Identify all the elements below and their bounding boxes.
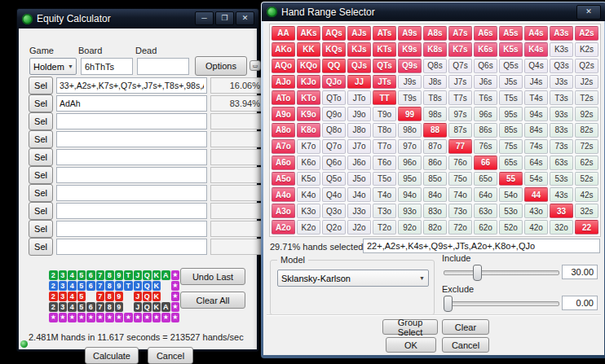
grid-cell-98s[interactable]: 98s [423, 107, 447, 121]
grid-cell-Q7s[interactable]: Q7s [448, 59, 472, 73]
grid-cell-Q5s[interactable]: Q5s [499, 59, 523, 73]
grid-cell-A6o[interactable]: A6o [272, 156, 295, 170]
options-mini-button[interactable]: ▭ [250, 60, 261, 71]
grid-cell-Q4s[interactable]: Q4s [524, 59, 548, 73]
grid-cell-84o[interactable]: 84o [423, 187, 447, 202]
grid-cell-Q9s[interactable]: Q9s [398, 59, 422, 73]
ok-button[interactable]: OK [386, 337, 436, 353]
card-tile-diamonds-6[interactable]: 6 [86, 281, 95, 291]
grid-cell-A4s[interactable]: A4s [524, 26, 548, 41]
grid-cell-K9o[interactable]: K9o [297, 107, 320, 121]
grid-cell-JJ[interactable]: JJ [347, 75, 371, 90]
card-tile-clubs-J[interactable]: J [134, 270, 143, 280]
card-tile-any-star[interactable]: ★ [86, 313, 95, 322]
grid-cell-64s[interactable]: 64s [524, 156, 548, 170]
sel-button-2[interactable]: Sel [29, 94, 53, 112]
sel-button-9[interactable]: Sel [29, 220, 53, 238]
grid-cell-86s[interactable]: 86s [474, 123, 497, 138]
card-tile-diamonds-9[interactable]: 9 [115, 281, 124, 291]
card-tile-clubs-3[interactable]: 3 [59, 270, 68, 280]
grid-cell-96s[interactable]: 96s [474, 107, 497, 121]
group-select-button[interactable]: Group Select [382, 319, 438, 335]
grid-cell-52s[interactable]: 52s [575, 172, 598, 186]
card-tile-diamonds-7[interactable]: 7 [96, 281, 105, 291]
grid-cell-A9o[interactable]: A9o [272, 107, 295, 121]
grid-cell-Q5o[interactable]: Q5o [322, 172, 346, 186]
grid-cell-TT[interactable]: TT [373, 90, 396, 105]
grid-cell-42s[interactable]: 42s [575, 187, 598, 202]
grid-cell-A2s[interactable]: A2s [575, 26, 598, 41]
grid-cell-J2o[interactable]: J2o [347, 220, 371, 235]
sel-button-4[interactable]: Sel [29, 130, 53, 148]
grid-cell-63o[interactable]: 63o [474, 204, 497, 218]
grid-cell-QJs[interactable]: QJs [347, 59, 371, 73]
grid-cell-Q6s[interactable]: Q6s [474, 59, 497, 73]
card-tile-diamonds-T[interactable]: T [124, 281, 133, 291]
card-tile-hearts-9[interactable]: 9 [115, 292, 124, 301]
include-slider[interactable] [444, 270, 559, 275]
grid-cell-K5s[interactable]: K5s [499, 42, 523, 57]
grid-cell-AA[interactable]: AA [272, 26, 295, 41]
grid-cell-J6s[interactable]: J6s [474, 75, 497, 90]
card-tile-spades-5[interactable]: 5 [77, 302, 86, 312]
grid-cell-73s[interactable]: 73s [550, 139, 573, 154]
grid-cell-J6o[interactable]: J6o [347, 156, 371, 170]
grid-cell-T9s[interactable]: T9s [398, 90, 422, 105]
grid-cell-T2s[interactable]: T2s [575, 90, 598, 105]
grid-cell-A5o[interactable]: A5o [272, 172, 295, 186]
grid-cell-A6s[interactable]: A6s [474, 26, 497, 41]
include-value-input[interactable] [562, 265, 598, 279]
grid-cell-Q4o[interactable]: Q4o [322, 187, 346, 202]
grid-cell-J3s[interactable]: J3s [550, 75, 573, 90]
card-tile-spades-2[interactable]: 2 [49, 302, 58, 312]
grid-cell-93s[interactable]: 93s [550, 107, 573, 121]
grid-cell-99[interactable]: 99 [398, 107, 422, 121]
grid-cell-72o[interactable]: 72o [448, 220, 472, 235]
grid-cell-83o[interactable]: 83o [423, 204, 447, 218]
grid-cell-97o[interactable]: 97o [398, 139, 422, 154]
grid-cell-33[interactable]: 33 [550, 204, 573, 218]
grid-cell-A4o[interactable]: A4o [272, 187, 295, 202]
hand-range-selector-titlebar[interactable]: Hand Range Selector [262, 2, 605, 21]
card-tile-spades-Q[interactable]: Q [143, 302, 152, 312]
card-tile-clubs-Q[interactable]: Q [143, 270, 152, 280]
grid-cell-83s[interactable]: 83s [550, 123, 573, 138]
grid-cell-KK[interactable]: KK [297, 42, 320, 57]
card-tile-any-star[interactable]: ★ [171, 313, 180, 322]
card-tile-spades-4[interactable]: 4 [68, 302, 77, 312]
card-tile-spades-8[interactable]: 8 [105, 302, 114, 312]
card-tile-clubs-K[interactable]: K [152, 270, 161, 280]
grid-cell-K7o[interactable]: K7o [297, 139, 320, 154]
grid-cell-T6s[interactable]: T6s [474, 90, 497, 105]
range-input-1[interactable] [56, 77, 207, 94]
grid-cell-AJs[interactable]: AJs [347, 26, 371, 41]
grid-cell-KTs[interactable]: KTs [373, 42, 396, 57]
grid-cell-82o[interactable]: 82o [423, 220, 447, 235]
range-input-5[interactable] [56, 149, 207, 165]
game-dropdown[interactable]: Holdem ▼ [29, 58, 77, 75]
grid-cell-94s[interactable]: 94s [524, 107, 548, 121]
grid-cell-44[interactable]: 44 [524, 187, 548, 202]
card-tile-spades-K[interactable]: K [152, 302, 161, 312]
maximize-button-icon[interactable]: ❐ [215, 11, 234, 25]
card-tile-any-star[interactable]: ★ [49, 313, 58, 322]
grid-cell-T2o[interactable]: T2o [373, 220, 396, 235]
card-tile-clubs-8[interactable]: 8 [105, 270, 114, 280]
grid-cell-J9s[interactable]: J9s [398, 75, 422, 90]
card-tile-clubs-4[interactable]: 4 [68, 270, 77, 280]
grid-cell-T5s[interactable]: T5s [499, 90, 523, 105]
card-tile-diamonds-2[interactable]: 2 [49, 281, 58, 291]
grid-cell-T7s[interactable]: T7s [448, 90, 472, 105]
card-tile-diamonds-8[interactable]: 8 [105, 281, 114, 291]
card-tile-diamonds-5[interactable]: 5 [77, 281, 86, 291]
card-tile-hearts-3[interactable]: 3 [59, 292, 68, 301]
card-tile-spades-J[interactable]: J [134, 302, 143, 312]
range-input-4[interactable] [56, 131, 207, 147]
grid-cell-JTo[interactable]: JTo [347, 90, 371, 105]
grid-cell-A9s[interactable]: A9s [398, 26, 422, 41]
grid-cell-62s[interactable]: 62s [575, 156, 598, 170]
card-tile-hearts-J[interactable]: J [134, 292, 143, 301]
exclude-slider-thumb[interactable] [444, 296, 453, 312]
grid-cell-J3o[interactable]: J3o [347, 204, 371, 218]
card-tile-hearts-K[interactable]: K [152, 292, 161, 301]
